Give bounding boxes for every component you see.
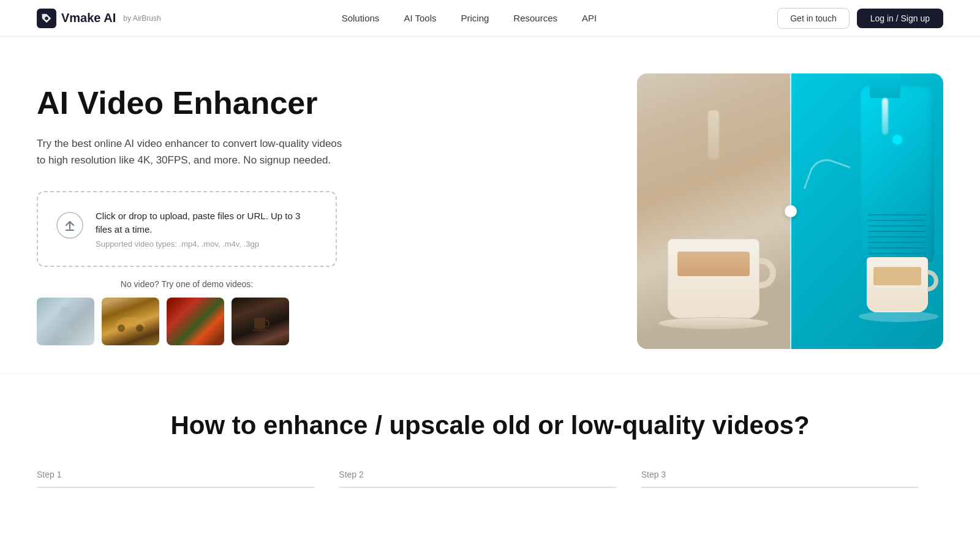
nav-pricing[interactable]: Pricing <box>461 13 489 23</box>
logo-icon <box>37 9 56 28</box>
step-3-label: Step 3 <box>641 470 919 479</box>
demo-label: No video? Try one of demo videos: <box>37 279 337 289</box>
steps-row: Step 1 Step 2 Step 3 <box>37 470 943 488</box>
upload-sub-text: Supported video types: .mp4, .mov, .m4v,… <box>96 239 317 249</box>
hero-left: AI Video Enhancer Try the best online AI… <box>37 73 404 345</box>
hero-section: AI Video Enhancer Try the best online AI… <box>0 37 980 373</box>
nav-resources[interactable]: Resources <box>513 13 557 23</box>
demo-thumbnails <box>37 298 337 345</box>
upload-box[interactable]: Click or drop to upload, paste files or … <box>37 191 337 267</box>
svg-point-2 <box>59 307 72 319</box>
nav-api[interactable]: API <box>582 13 597 23</box>
upload-icon <box>56 212 83 241</box>
nav-solutions[interactable]: Solutions <box>342 13 380 23</box>
step-1: Step 1 <box>37 470 339 488</box>
after-panel <box>790 73 943 349</box>
get-in-touch-button[interactable]: Get in touch <box>777 8 850 29</box>
before-after-divider <box>790 73 791 349</box>
step-3: Step 3 <box>641 470 943 488</box>
step-2-label: Step 2 <box>339 470 616 479</box>
hero-title: AI Video Enhancer <box>37 86 404 121</box>
before-panel <box>637 73 790 349</box>
step-1-label: Step 1 <box>37 470 314 479</box>
logo-text: Vmake AI <box>61 11 116 25</box>
upload-main-text: Click or drop to upload, paste files or … <box>96 209 317 237</box>
navbar: Vmake AI by AirBrush Solutions AI Tools … <box>0 0 980 37</box>
before-after-image <box>637 73 943 349</box>
svg-point-0 <box>45 17 48 20</box>
step-3-divider <box>641 487 919 488</box>
nav-links: Solutions AI Tools Pricing Resources API <box>342 13 597 23</box>
login-signup-button[interactable]: Log in / Sign up <box>857 9 943 28</box>
svg-point-3 <box>118 324 125 332</box>
svg-point-4 <box>136 324 143 332</box>
hero-description: Try the best online AI video enhancer to… <box>37 135 343 168</box>
hero-right <box>441 73 943 349</box>
nav-actions: Get in touch Log in / Sign up <box>777 8 943 29</box>
logo-by: by AirBrush <box>123 14 160 23</box>
demo-thumb-2[interactable] <box>102 298 159 345</box>
step-2-divider <box>339 487 616 488</box>
how-title: How to enhance / upscale old or low-qual… <box>37 411 943 440</box>
demo-thumb-3[interactable] <box>167 298 224 345</box>
step-2: Step 2 <box>339 470 641 488</box>
step-1-divider <box>37 487 314 488</box>
nav-ai-tools[interactable]: AI Tools <box>404 13 436 23</box>
upload-text: Click or drop to upload, paste files or … <box>96 209 317 249</box>
demo-thumb-4[interactable] <box>232 298 289 345</box>
how-section: How to enhance / upscale old or low-qual… <box>0 373 980 488</box>
demo-thumb-1[interactable] <box>37 298 94 345</box>
logo[interactable]: Vmake AI by AirBrush <box>37 9 161 28</box>
